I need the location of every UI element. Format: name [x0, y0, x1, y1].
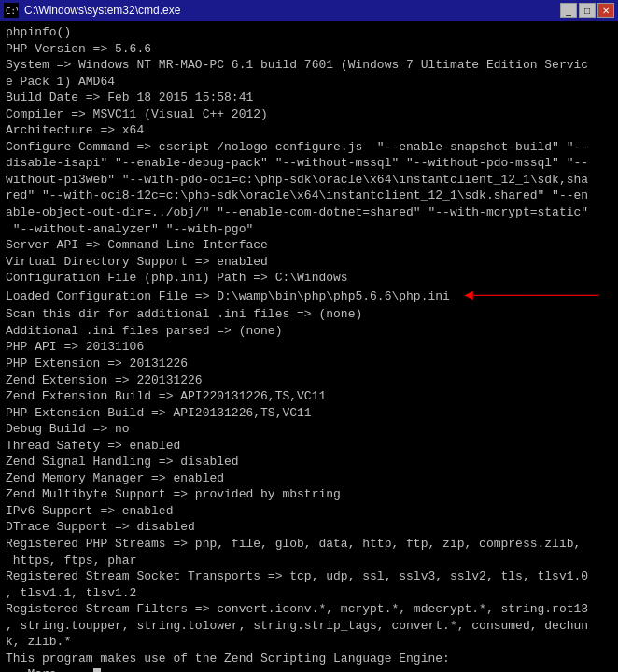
maximize-button[interactable]: □: [579, 3, 596, 18]
console-line: , string.toupper, string.tolower, string…: [6, 618, 612, 635]
console-line: PHP Extension Build => API20131226,TS,VC…: [6, 405, 612, 422]
console-line: DTrace Support => disabled: [6, 519, 612, 536]
arrow-line: Loaded Configuration File => D:\wamp\bin…: [6, 287, 612, 307]
console-line: Zend Signal Handling => disabled: [6, 454, 612, 470]
console-line: PHP API => 20131106: [6, 339, 612, 356]
console-line: https, ftps, phar: [6, 553, 612, 569]
console-line: without-pi3web" "--with-pdo-oci=c:\php-s…: [6, 172, 612, 189]
console-output: phpinfo()PHP Version => 5.6.6System => W…: [0, 21, 618, 672]
console-line: Scan this dir for additional .ini files …: [6, 306, 612, 323]
console-line: Thread Safety => enabled: [6, 438, 612, 455]
cmd-icon: C:\: [4, 3, 19, 18]
console-line: IPv6 Support => enabled: [6, 503, 612, 520]
console-line: Registered Stream Filters => convert.ico…: [6, 601, 612, 618]
close-button[interactable]: ✕: [597, 3, 614, 18]
console-line: Zend Memory Manager => enabled: [6, 470, 612, 487]
minimize-button[interactable]: _: [560, 3, 577, 18]
window-controls: _ □ ✕: [560, 3, 614, 18]
console-line: Architecture => x64: [6, 122, 612, 139]
console-line: able-object-out-dir=../obj/" "--enable-c…: [6, 204, 612, 221]
console-line: , tlsv1.1, tlsv1.2: [6, 585, 612, 602]
console-line: e Pack 1) AMD64: [6, 74, 612, 91]
console-line: PHP Version => 5.6.6: [6, 41, 612, 58]
console-line: Build Date => Feb 18 2015 15:58:41: [6, 90, 612, 106]
console-line: phpinfo(): [6, 24, 612, 41]
prompt-line: -- More --: [6, 666, 612, 672]
console-line: Zend Extension => 220131226: [6, 372, 612, 389]
console-line: Configure Command => cscript /nologo con…: [6, 139, 612, 156]
console-line: Configuration File (php.ini) Path => C:\…: [6, 270, 612, 287]
console-line: Registered PHP Streams => php, file, glo…: [6, 536, 612, 553]
console-line: k, zlib.*: [6, 634, 612, 651]
console-line: PHP Extension => 20131226: [6, 356, 612, 372]
console-line: "--without-analyzer" "--with-pgo": [6, 221, 612, 238]
console-line: Debug Build => no: [6, 421, 612, 438]
console-line: This program makes use of the Zend Scrip…: [6, 651, 612, 667]
titlebar: C:\ C:\Windows\system32\cmd.exe _ □ ✕: [0, 0, 618, 21]
console-line: System => Windows NT MR-MAO-PC 6.1 build…: [6, 57, 612, 74]
console-line: red" "--with-oci8-12c=c:\php-sdk\oracle\…: [6, 188, 612, 204]
console-line: Registered Stream Socket Transports => t…: [6, 568, 612, 585]
svg-text:C:\: C:\: [6, 7, 18, 16]
console-line: Zend Extension Build => API220131226,TS,…: [6, 388, 612, 405]
console-line: Server API => Command Line Interface: [6, 237, 612, 254]
cmd-window: C:\ C:\Windows\system32\cmd.exe _ □ ✕ ph…: [0, 0, 618, 672]
console-line: Compiler => MSVC11 (Visual C++ 2012): [6, 106, 612, 123]
titlebar-left: C:\ C:\Windows\system32\cmd.exe: [4, 3, 180, 18]
console-line: disable-isapi" "--enable-debug-pack" "--…: [6, 155, 612, 172]
window-title: C:\Windows\system32\cmd.exe: [24, 4, 180, 17]
console-line: Virtual Directory Support => enabled: [6, 254, 612, 271]
console-line: Zend Multibyte Support => provided by mb…: [6, 486, 612, 503]
console-line: Additional .ini files parsed => (none): [6, 323, 612, 340]
